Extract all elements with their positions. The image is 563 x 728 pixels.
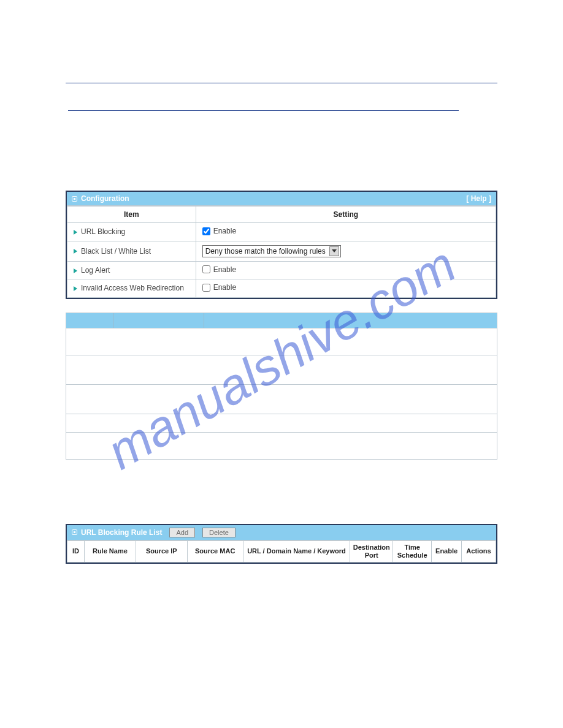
item-label: Black List / White List	[81, 247, 151, 256]
item-label: URL Blocking	[81, 227, 125, 236]
col-dest-port: Destination Port	[350, 540, 393, 562]
row-black-white-list: Black List / White List Deny those match…	[67, 241, 496, 261]
panel-bullet-icon	[72, 196, 77, 202]
triangle-icon	[74, 249, 77, 254]
info-table-header	[66, 313, 497, 328]
url-blocking-checkbox[interactable]	[202, 227, 210, 235]
help-link[interactable]: [ Help ]	[466, 194, 491, 203]
col-source-mac: Source MAC	[187, 540, 243, 562]
add-button[interactable]: Add	[169, 528, 195, 537]
delete-button[interactable]: Delete	[202, 528, 236, 537]
info-table-row	[66, 328, 497, 355]
select-value: Deny those match the following rules	[205, 247, 326, 256]
rule-list-header: URL Blocking Rule List Add Delete	[67, 525, 496, 540]
col-actions: Actions	[462, 540, 496, 562]
info-table	[66, 313, 497, 460]
black-white-list-select[interactable]: Deny those match the following rules	[202, 245, 341, 257]
item-label: Invalid Access Web Redirection	[81, 284, 184, 292]
info-table-row	[66, 432, 497, 459]
divider-top-2	[68, 110, 459, 111]
panel-bullet-icon	[72, 529, 77, 535]
rule-list-title: URL Blocking Rule List	[81, 528, 162, 537]
triangle-icon	[74, 268, 77, 273]
row-url-blocking: URL Blocking Enable	[67, 223, 496, 241]
triangle-icon	[74, 286, 77, 291]
log-alert-enable[interactable]: Enable	[202, 265, 236, 274]
url-blocking-enable[interactable]: Enable	[202, 227, 236, 235]
log-alert-checkbox[interactable]	[202, 265, 210, 273]
column-item: Item	[67, 207, 196, 223]
info-table-row	[66, 384, 497, 414]
configuration-panel: Configuration [ Help ] Item Setting URL …	[66, 191, 497, 299]
col-url-domain-keyword: URL / Domain Name / Keyword	[243, 540, 350, 562]
col-source-ip: Source IP	[136, 540, 187, 562]
invalid-redirect-checkbox[interactable]	[202, 284, 210, 292]
configuration-table: Item Setting URL Blocking Enable Black L…	[67, 206, 496, 298]
item-label: Log Alert	[81, 266, 110, 275]
col-rule-name: Rule Name	[84, 540, 136, 562]
triangle-icon	[74, 230, 77, 235]
column-setting: Setting	[196, 207, 496, 223]
col-time-schedule: Time Schedule	[393, 540, 432, 562]
row-invalid-redirect: Invalid Access Web Redirection Enable	[67, 279, 496, 298]
divider-top-1	[66, 83, 497, 83]
rule-list-table: ID Rule Name Source IP Source MAC URL / …	[67, 540, 496, 563]
rule-list-panel: URL Blocking Rule List Add Delete ID Rul…	[66, 524, 497, 564]
info-table-row	[66, 355, 497, 384]
chevron-down-icon	[329, 246, 339, 256]
col-id: ID	[67, 540, 85, 562]
info-table-row	[66, 414, 497, 432]
invalid-redirect-enable[interactable]: Enable	[202, 283, 236, 292]
enable-label: Enable	[213, 227, 236, 235]
col-enable: Enable	[432, 540, 462, 562]
row-log-alert: Log Alert Enable	[67, 261, 496, 279]
enable-label: Enable	[213, 283, 236, 292]
configuration-title: Configuration	[81, 194, 129, 203]
enable-label: Enable	[213, 265, 236, 274]
configuration-header: Configuration [ Help ]	[67, 192, 496, 206]
